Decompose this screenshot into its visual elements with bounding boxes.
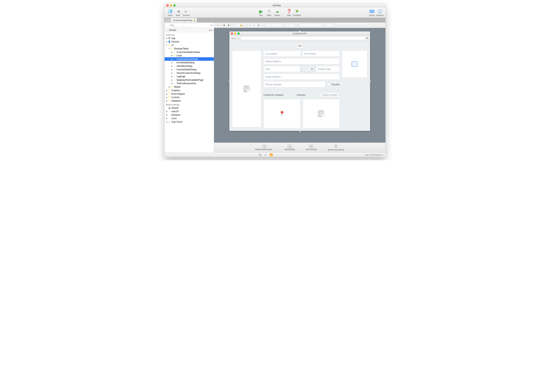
build-button[interactable]: ⚙Build	[265, 8, 273, 17]
status-bar: 🔍 ⚠ 📶 Xojo 2020 Release 1	[165, 153, 385, 157]
tree-item-app[interactable]: ▶ App	[165, 36, 214, 40]
order-3[interactable]: ▤	[256, 23, 261, 27]
run-button[interactable]: ▶Run	[257, 8, 265, 17]
location-label: Customer Location	[263, 93, 283, 96]
main-toolbar: 🧊Insert ◀Back ▶Forward ▶Run ⚙Build ☁Depl…	[165, 7, 385, 18]
first-name-field[interactable]: First Name	[302, 50, 340, 57]
open-invoice-button[interactable]: Open Invoice	[320, 92, 340, 98]
tree-item[interactable]: ▶ InvoiceDetailsDialog	[165, 68, 214, 71]
tray-item[interactable]: OKAddInvoiceItemsDial…	[255, 145, 274, 150]
map-box[interactable]: 📍	[263, 99, 300, 128]
forward-icon: ▶	[234, 37, 236, 40]
city-field[interactable]: City	[263, 66, 300, 72]
tree-item-database[interactable]: ▶ Database	[165, 99, 214, 103]
tree-item[interactable]: ▶ LogPage	[165, 75, 214, 78]
sidebar-resize-handle[interactable]	[211, 24, 213, 27]
build-shared[interactable]: Shared	[165, 106, 214, 110]
ide-window: EEWeb 🧊Insert ◀Back ▶Forward ▶Run ⚙Build…	[164, 3, 386, 157]
build-linux[interactable]: ▶ Linux	[165, 117, 214, 120]
tree-item-session[interactable]: ▶ Session	[165, 40, 214, 43]
project-tree[interactable]: Contents ▶ App ▶ Session ▼ UI ▼ Desktop/…	[165, 32, 214, 153]
tree-item-selected[interactable]: ▶ CustomerDetailsPage	[165, 57, 214, 61]
warning-icon[interactable]: ⚠	[264, 153, 267, 156]
add-control-button[interactable]: + ▾	[215, 23, 221, 27]
nav-fwd-icon[interactable]: ▶	[211, 29, 213, 31]
postal-field[interactable]: Postal Code	[316, 66, 340, 72]
minimize-icon[interactable]	[170, 4, 172, 7]
tree-item[interactable]: ▶ ErrorDetailsDialog	[165, 61, 214, 64]
selection-handle[interactable]	[228, 81, 230, 82]
tree-item-desktop[interactable]: ▼ Desktop/Tablet	[165, 47, 214, 50]
view-mode-2[interactable]: ▣	[226, 23, 231, 27]
tree-item-extra[interactable]: ▶ Extra Support	[165, 92, 214, 96]
back-button[interactable]: ◀Back	[174, 8, 182, 17]
tab-customerdetailspage[interactable]: CustomerDetailsPage🔒	[170, 18, 197, 22]
control-tray: OKAddInvoiceItemsDial… OKAboutDialog OKS…	[214, 143, 385, 153]
insert-button[interactable]: 🧊Insert	[166, 8, 174, 17]
dist-3: ≡	[308, 23, 312, 27]
size-1: ⬌	[286, 23, 291, 27]
library-button[interactable]: OKLibrary	[368, 8, 376, 17]
search-icon[interactable]: 🔍	[258, 153, 261, 156]
tray-item[interactable]: OKSearchDialog	[306, 145, 317, 150]
image-well[interactable]	[342, 50, 367, 77]
tree-item[interactable]: ▶ TestForBrowserSize	[165, 82, 214, 85]
tree-item-controls[interactable]: ▶ Controls	[165, 96, 214, 99]
rss-icon[interactable]: 📶	[270, 153, 273, 156]
deploy-button[interactable]: ☁Deploy	[273, 8, 281, 17]
order-2[interactable]: ⎗	[252, 23, 256, 27]
tree-item[interactable]: ▶ DatabaseNotAvailablePage	[165, 78, 214, 82]
mock-titlebar: Customer Info	[229, 31, 370, 35]
timer-icon	[334, 145, 338, 148]
url-field[interactable]	[241, 36, 365, 40]
build-cloud[interactable]: ▶ Xojo Cloud	[165, 120, 214, 124]
nav-back-icon[interactable]: ◀	[208, 29, 211, 31]
tree-item-graphics[interactable]: ▶ Graphics	[165, 89, 214, 92]
feedback-button[interactable]: ✱Feedback	[293, 8, 301, 17]
selection-handle[interactable]	[299, 130, 300, 132]
street-field[interactable]: Street Address	[263, 58, 340, 64]
inspector-button[interactable]: ⓘInspector	[376, 8, 384, 17]
invoices-label: Invoices	[297, 93, 306, 96]
tree-item[interactable]: ▶ AboutBoxDialog	[165, 64, 214, 68]
state-select[interactable]: ▾	[302, 66, 314, 72]
version-label: Xojo 2020 Release 1	[365, 154, 384, 156]
section-contents: Contents	[165, 33, 214, 36]
add-tab-button[interactable]: +	[165, 18, 170, 22]
segmented-control[interactable]: ◫◫	[296, 43, 303, 48]
selection-handle[interactable]	[369, 81, 371, 82]
build-macos[interactable]: ▶ macOS	[165, 110, 214, 113]
tray-item[interactable]: SelectFirstCustomer	[328, 145, 344, 151]
invoices-box[interactable]: UI ButtonList ViewWeb ViewMenu Button	[303, 99, 340, 128]
phone-field[interactable]: Phone Number	[263, 81, 325, 87]
help-button[interactable]: ❓Help	[285, 8, 293, 17]
back-icon: ◀	[231, 37, 233, 40]
align-1: ◫	[265, 23, 269, 27]
last-name-field[interactable]: Last Name	[263, 50, 301, 57]
close-icon[interactable]	[166, 4, 169, 7]
list-left[interactable]: UI ButtonList ViewWeb ViewMenu Button	[232, 50, 261, 127]
nav-header: EEWeb ◀ ▶	[165, 28, 214, 32]
view-mode-1[interactable]: ▦	[222, 23, 226, 27]
forward-button[interactable]: ▶Forward	[182, 8, 190, 17]
maximize-icon[interactable]	[173, 4, 176, 7]
tree-item[interactable]: ▶ Chart	[165, 54, 214, 57]
tree-item[interactable]: ▶ CustomerDetailsToolbar	[165, 50, 214, 54]
email-field[interactable]: Email Address	[263, 74, 340, 80]
tree-item-ui[interactable]: ▼ UI	[165, 43, 214, 47]
filter-input[interactable]	[166, 23, 197, 27]
build-windows[interactable]: ▶ Windows	[165, 113, 214, 117]
editor-area: + ▾ ▦▣ ✎🔒 ⎘⎗▤ ◫◫◫◫ ⬌⬍ ≡≡≡≡≡ ⊟⊟	[214, 22, 385, 153]
close-icon	[231, 32, 233, 35]
document-icon	[269, 4, 272, 7]
taxable-checkbox[interactable]: Taxable	[327, 81, 340, 87]
webpage-mock[interactable]: Customer Info ◀ ▶ ⌂ ⟳ ◫◫ UI ButtonList V…	[229, 31, 370, 131]
align-2: ◫	[269, 23, 274, 27]
tree-item-mobile[interactable]: ▶ Mobile	[165, 85, 214, 89]
tree-item[interactable]: ▶ SearchCustomersDialog	[165, 71, 214, 75]
order-1[interactable]: ⎘	[247, 23, 252, 27]
canvas[interactable]: Customer Info ◀ ▶ ⌂ ⟳ ◫◫ UI ButtonList V…	[214, 28, 385, 143]
tray-item[interactable]: OKAboutDialog	[285, 145, 295, 150]
dialog-icon: OK	[309, 145, 313, 148]
home-icon: ⌂	[238, 37, 239, 40]
